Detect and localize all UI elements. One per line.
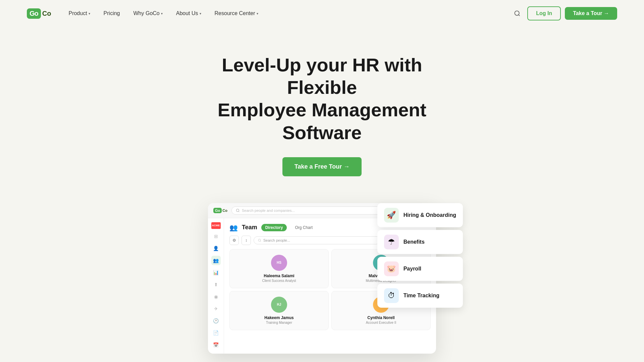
search-icon[interactable] <box>511 7 523 19</box>
chevron-down-icon: ▾ <box>257 12 258 15</box>
logo-box: Go <box>27 8 41 19</box>
tab-directory[interactable]: Directory <box>261 224 287 231</box>
table-row: HS Haleema Salami Client Success Analyst <box>229 249 329 288</box>
svg-point-2 <box>236 209 239 212</box>
as-seen-on-section: AS SEEN ON Forbes Inc. ★★★★★ G² | crowd <box>0 360 644 362</box>
sidebar-icon-calendar[interactable]: 📅 <box>211 340 221 350</box>
people-search-bar[interactable]: Search people... <box>254 236 380 244</box>
employee-name: Hakeem Jamus <box>235 315 323 320</box>
navbar-left: Go Co Product ▾ Pricing Why GoCo ▾ About… <box>27 8 264 19</box>
chevron-down-icon: ▾ <box>89 12 90 15</box>
svg-line-5 <box>260 241 261 242</box>
team-icon: 👥 <box>229 224 238 232</box>
employee-title: Client Success Analyst <box>235 279 323 283</box>
free-tour-button[interactable]: Take a Free Tour → <box>282 157 362 176</box>
nav-product[interactable]: Product ▾ <box>63 8 95 19</box>
navbar: Go Co Product ▾ Pricing Why GoCo ▾ About… <box>0 0 644 27</box>
feature-label-payroll: Payroll <box>404 266 421 272</box>
feature-card-benefits: ☂ Benefits <box>377 230 463 254</box>
svg-point-0 <box>515 11 519 15</box>
app-preview-section: Go Co Search people and companies... hn … <box>0 190 644 360</box>
take-tour-button[interactable]: Take a Tour → <box>565 7 617 20</box>
sidebar-icon-travel[interactable]: ✈ <box>211 304 221 313</box>
tab-org-chart[interactable]: Org Chart <box>291 224 317 231</box>
sidebar-icon-upload[interactable]: ⬆ <box>211 280 221 289</box>
payroll-icon: 🐷 <box>384 261 399 276</box>
employee-name: Cynthia Norell <box>337 315 425 320</box>
feature-card-time-tracking: ⏱ Time Tracking <box>377 284 463 308</box>
nav-why-goco[interactable]: Why GoCo ▾ <box>128 8 168 19</box>
feature-label-benefits: Benefits <box>404 239 425 245</box>
hero-title: Level-Up your HR with Flexible Employee … <box>205 54 439 144</box>
nav-links: Product ▾ Pricing Why GoCo ▾ About Us ▾ … <box>63 8 263 19</box>
app-logo-co: Co <box>222 208 227 213</box>
svg-point-4 <box>258 239 261 241</box>
feature-card-payroll: 🐷 Payroll <box>377 257 463 281</box>
hiring-icon: 🚀 <box>384 208 399 223</box>
team-title: Team <box>242 224 257 231</box>
nav-resource-center[interactable]: Resource Center ▾ <box>209 8 264 19</box>
avatar: HJ <box>271 297 287 313</box>
app-sidebar: ACME ⊞ 👤 👥 📊 ⬆ ◉ ✈ 🕐 📄 📅 <box>208 218 224 354</box>
svg-line-3 <box>238 211 239 212</box>
table-row: HJ Hakeem Jamus Training Manager <box>229 291 329 330</box>
sidebar-icon-docs[interactable]: 📄 <box>211 328 221 338</box>
logo-co-text: Co <box>42 10 51 17</box>
sort-button[interactable]: ↕ <box>241 236 251 245</box>
feature-card-hiring: 🚀 Hiring & Onboarding <box>377 203 463 227</box>
sidebar-icon-analytics[interactable]: 📊 <box>211 268 221 277</box>
filter-button[interactable]: ⚙ <box>229 236 239 245</box>
app-logo: Go Co <box>213 208 227 213</box>
people-search-placeholder: Search people... <box>263 238 290 242</box>
nav-pricing[interactable]: Pricing <box>98 8 125 19</box>
logo-go-text: Go <box>30 10 38 17</box>
navbar-right: Log In Take a Tour → <box>511 6 617 20</box>
employee-title: Account Executive II <box>337 321 425 324</box>
app-logo-box: Go <box>213 208 222 213</box>
sidebar-icon-team[interactable]: 👥 <box>211 256 221 265</box>
nav-about-us[interactable]: About Us ▾ <box>171 8 207 19</box>
hero-section: Level-Up your HR with Flexible Employee … <box>0 27 644 190</box>
feature-label-hiring: Hiring & Onboarding <box>404 212 456 218</box>
avatar: HS <box>271 255 287 271</box>
login-button[interactable]: Log In <box>527 6 561 20</box>
benefits-icon: ☂ <box>384 235 399 249</box>
logo[interactable]: Go Co <box>27 8 51 19</box>
svg-line-1 <box>519 15 520 16</box>
chevron-down-icon: ▾ <box>200 12 201 15</box>
sidebar-icon-view[interactable]: ◉ <box>211 292 221 301</box>
company-logo: ACME <box>211 222 221 229</box>
sidebar-icon-home[interactable]: ⊞ <box>211 232 221 241</box>
time-tracking-icon: ⏱ <box>384 288 399 303</box>
sidebar-icon-profile[interactable]: 👤 <box>211 244 221 253</box>
feature-label-time-tracking: Time Tracking <box>404 293 439 299</box>
app-search-placeholder: Search people and companies... <box>242 208 295 213</box>
employee-title: Training Manager <box>235 321 323 324</box>
feature-cards: 🚀 Hiring & Onboarding ☂ Benefits 🐷 Payro… <box>377 203 463 308</box>
employee-name: Haleema Salami <box>235 274 323 278</box>
chevron-down-icon: ▾ <box>161 12 163 15</box>
sidebar-icon-time[interactable]: 🕐 <box>211 316 221 325</box>
